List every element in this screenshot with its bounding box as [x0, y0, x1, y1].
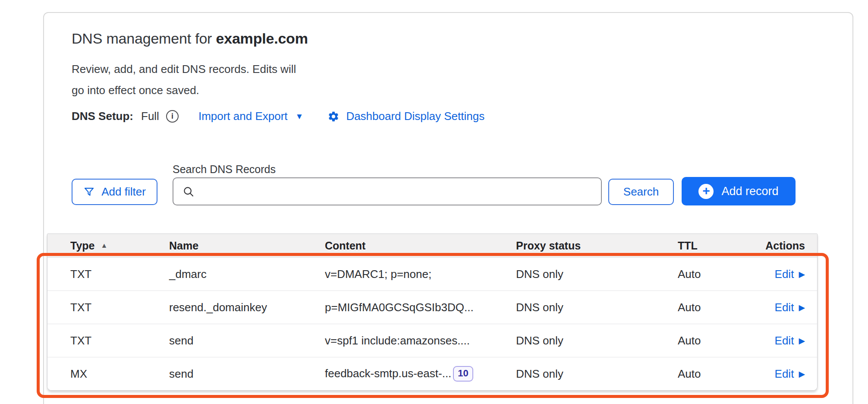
mx-priority-badge: 10: [453, 366, 473, 381]
cell-type: TXT: [70, 301, 169, 314]
dns-records-table: Type ▲ Name Content Proxy status TTL Act…: [47, 234, 818, 391]
chevron-right-icon: ▶: [799, 303, 805, 312]
sort-ascending-icon: ▲: [101, 242, 108, 249]
edit-record-link[interactable]: Edit ▶: [775, 334, 805, 347]
search-input-wrapper: [173, 177, 602, 205]
cell-type: MX: [70, 367, 169, 381]
cell-proxy-status: DNS only: [516, 301, 678, 314]
page-title-prefix: DNS management for: [72, 30, 216, 47]
dns-setup-row: DNS Setup: Full i Import and Export ▼ Da…: [72, 110, 484, 123]
dashboard-display-settings-link[interactable]: Dashboard Display Settings: [327, 110, 484, 123]
dns-management-card: DNS management for example.com Review, a…: [43, 12, 853, 404]
search-icon: [182, 185, 195, 198]
column-header-actions: Actions: [765, 240, 805, 252]
cell-ttl: Auto: [678, 301, 763, 314]
filter-icon: [83, 186, 95, 198]
table-header-row: Type ▲ Name Content Proxy status TTL Act…: [47, 234, 817, 257]
cell-type: TXT: [70, 334, 169, 347]
dns-setup-label: DNS Setup:: [72, 110, 133, 123]
cell-name: resend._domainkey: [169, 301, 325, 314]
page-title: DNS management for example.com: [72, 30, 308, 47]
search-button[interactable]: Search: [608, 179, 674, 205]
edit-record-link[interactable]: Edit ▶: [775, 301, 805, 314]
cell-content: p=MIGfMA0GCSqGSIb3DQ...: [325, 301, 516, 314]
cell-ttl: Auto: [678, 268, 763, 281]
chevron-down-icon: ▼: [296, 112, 304, 121]
page-subtitle-line1: Review, add, and edit DNS records. Edits…: [72, 59, 296, 80]
cell-actions: Edit ▶: [775, 367, 805, 381]
cell-type: TXT: [70, 268, 169, 281]
cell-name: send: [169, 367, 325, 381]
edit-record-link[interactable]: Edit ▶: [775, 367, 805, 381]
dashboard-display-settings-label: Dashboard Display Settings: [346, 110, 484, 123]
search-dns-records-label: Search DNS Records: [173, 163, 276, 176]
cell-actions: Edit ▶: [775, 301, 805, 314]
gear-icon: [327, 110, 340, 123]
add-record-label: Add record: [721, 185, 778, 198]
import-export-label: Import and Export: [198, 110, 288, 123]
import-export-link[interactable]: Import and Export ▼: [198, 110, 303, 123]
cell-ttl: Auto: [678, 334, 763, 347]
cell-actions: Edit ▶: [775, 334, 805, 347]
column-header-type[interactable]: Type ▲: [70, 240, 169, 252]
plus-icon: +: [698, 184, 714, 199]
table-row: TXT resend._domainkey p=MIGfMA0GCSqGSIb3…: [47, 290, 817, 324]
add-filter-button[interactable]: Add filter: [72, 179, 157, 205]
table-row: TXT _dmarc v=DMARC1; p=none; DNS only Au…: [47, 257, 817, 290]
cell-proxy-status: DNS only: [516, 367, 678, 381]
chevron-right-icon: ▶: [799, 336, 805, 346]
cell-ttl: Auto: [678, 367, 763, 381]
cell-content: v=DMARC1; p=none;: [325, 268, 516, 281]
column-header-proxy-status[interactable]: Proxy status: [516, 240, 678, 252]
page-subtitle: Review, add, and edit DNS records. Edits…: [72, 59, 296, 101]
search-input[interactable]: [202, 181, 601, 202]
table-row: TXT send v=spf1 include:amazonses.... DN…: [47, 324, 817, 357]
cell-name: _dmarc: [169, 268, 325, 281]
cell-proxy-status: DNS only: [516, 268, 678, 281]
cell-content: v=spf1 include:amazonses....: [325, 334, 516, 347]
dns-setup-value: Full: [141, 110, 159, 123]
info-icon[interactable]: i: [166, 110, 179, 123]
table-row: MX send feedback-smtp.us-east-... 10 DNS…: [47, 357, 817, 390]
edit-record-link[interactable]: Edit ▶: [775, 268, 805, 281]
cell-actions: Edit ▶: [775, 268, 805, 281]
search-button-label: Search: [623, 185, 659, 199]
cell-proxy-status: DNS only: [516, 334, 678, 347]
page-title-domain: example.com: [216, 30, 308, 47]
dns-management-page: DNS management for example.com Review, a…: [0, 0, 868, 404]
add-record-button[interactable]: + Add record: [682, 177, 796, 205]
column-header-name[interactable]: Name: [169, 240, 325, 252]
column-header-content[interactable]: Content: [325, 240, 516, 252]
cell-content: feedback-smtp.us-east-... 10: [325, 366, 516, 381]
add-filter-label: Add filter: [101, 185, 146, 199]
cell-name: send: [169, 334, 325, 347]
chevron-right-icon: ▶: [799, 369, 805, 379]
column-header-ttl[interactable]: TTL: [678, 240, 763, 252]
page-subtitle-line2: go into effect once saved.: [72, 80, 296, 101]
chevron-right-icon: ▶: [799, 269, 805, 279]
